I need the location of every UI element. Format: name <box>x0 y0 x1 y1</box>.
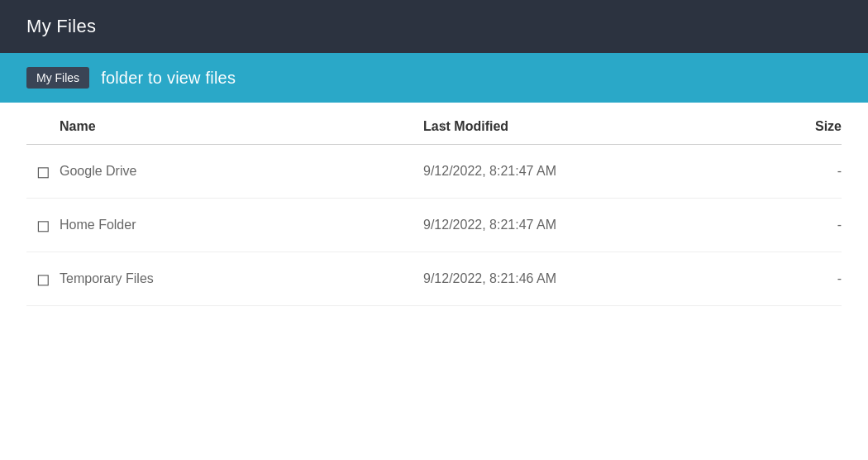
file-size: - <box>688 218 842 232</box>
breadcrumb-description: folder to view files <box>101 69 236 88</box>
folder-icon-col: ◻ <box>26 217 60 233</box>
breadcrumb-bar: My Files folder to view files <box>0 53 868 103</box>
table-header: Name Last Modified Size ↕ <box>26 103 842 144</box>
table-row[interactable]: ◻ Google Drive 9/12/2022, 8:21:47 AM - <box>26 145 842 199</box>
folder-icon: ◻ <box>36 163 50 180</box>
folder-icon-col: ◻ <box>26 271 60 287</box>
file-rows-container: ◻ Google Drive 9/12/2022, 8:21:47 AM - ◻… <box>26 145 842 306</box>
column-size-header: Size <box>688 119 842 134</box>
file-name: Google Drive <box>60 164 423 179</box>
folder-icon-col: ◻ <box>26 163 60 180</box>
folder-icon: ◻ <box>36 217 50 233</box>
file-table: Name Last Modified Size ↕ ◻ Google Drive… <box>0 103 868 306</box>
file-modified: 9/12/2022, 8:21:47 AM <box>423 164 688 179</box>
file-name: Home Folder <box>60 218 423 232</box>
column-name-header: Name <box>26 119 423 134</box>
folder-icon: ◻ <box>36 271 50 287</box>
file-modified: 9/12/2022, 8:21:46 AM <box>423 271 688 286</box>
table-row[interactable]: ◻ Temporary Files 9/12/2022, 8:21:46 AM … <box>26 252 842 306</box>
table-row[interactable]: ◻ Home Folder 9/12/2022, 8:21:47 AM - <box>26 199 842 252</box>
app-header: My Files <box>0 0 868 53</box>
column-resize-handle[interactable]: ↕ <box>440 118 450 128</box>
file-size: - <box>688 271 842 286</box>
file-size: - <box>688 164 842 179</box>
file-name: Temporary Files <box>60 271 423 286</box>
file-modified: 9/12/2022, 8:21:47 AM <box>423 218 688 232</box>
column-modified-header: Last Modified <box>423 119 688 134</box>
breadcrumb-badge[interactable]: My Files <box>26 67 89 89</box>
app-title: My Files <box>26 16 96 37</box>
